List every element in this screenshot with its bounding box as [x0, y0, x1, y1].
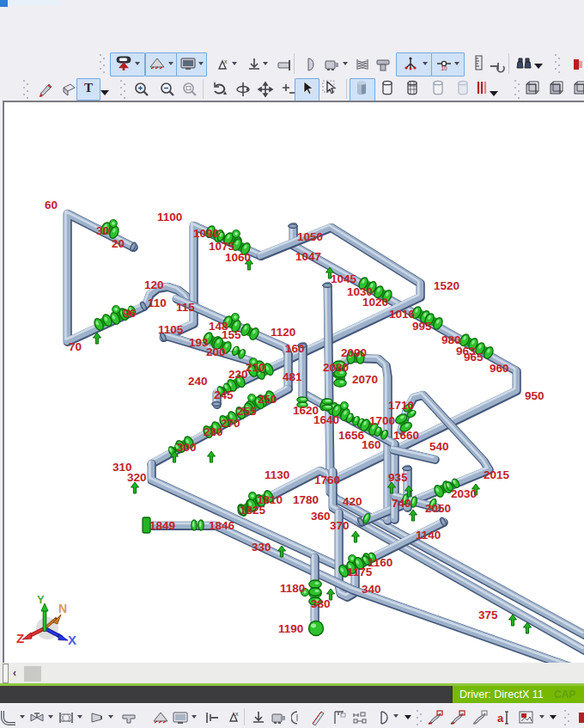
svg-text:2030: 2030: [451, 487, 477, 500]
svg-text:20: 20: [112, 237, 125, 250]
svg-text:1660: 1660: [393, 429, 419, 442]
svg-text:160: 160: [285, 342, 305, 355]
svg-text:1846: 1846: [209, 519, 235, 532]
svg-text:115: 115: [176, 301, 195, 314]
svg-text:1700: 1700: [369, 414, 395, 427]
svg-text:110: 110: [148, 297, 167, 309]
svg-text:2080: 2080: [323, 361, 349, 374]
svg-text:96: 96: [123, 307, 137, 320]
svg-text:1780: 1780: [293, 493, 319, 506]
svg-text:740: 740: [392, 497, 411, 510]
svg-text:1100: 1100: [157, 211, 182, 223]
svg-text:240: 240: [188, 375, 208, 388]
svg-text:X: X: [68, 633, 76, 647]
svg-text:1760: 1760: [314, 474, 340, 486]
svg-text:1090: 1090: [193, 227, 219, 240]
svg-text:1190: 1190: [278, 622, 303, 635]
svg-text:30: 30: [96, 224, 109, 237]
svg-text:965: 965: [464, 351, 484, 364]
svg-text:2090: 2090: [341, 346, 367, 359]
svg-text:10: 10: [441, 65, 448, 71]
svg-text:a: a: [497, 712, 504, 725]
svg-text:935: 935: [388, 471, 408, 484]
svg-text:x: x: [224, 58, 228, 64]
svg-text:300: 300: [177, 441, 197, 454]
svg-text:245: 245: [214, 388, 234, 401]
svg-text:1016: 1016: [389, 308, 416, 321]
svg-text:320: 320: [127, 471, 147, 484]
svg-text:420: 420: [343, 495, 362, 508]
svg-text:330: 330: [252, 541, 271, 554]
svg-text:1120: 1120: [271, 326, 295, 339]
svg-text:270: 270: [221, 417, 240, 430]
svg-text:255: 255: [237, 405, 257, 418]
svg-text:1060: 1060: [225, 251, 251, 264]
svg-text:60: 60: [45, 199, 58, 211]
svg-text:70: 70: [69, 340, 82, 353]
svg-text:1180: 1180: [280, 582, 305, 595]
svg-text:1140: 1140: [416, 529, 441, 541]
svg-text:1656: 1656: [338, 429, 365, 442]
svg-text:1175: 1175: [347, 566, 373, 578]
svg-text:1825: 1825: [240, 504, 266, 517]
svg-text:1105: 1105: [158, 323, 184, 336]
svg-text:1849: 1849: [149, 519, 175, 532]
svg-text:1020: 1020: [362, 296, 388, 309]
svg-text:120: 120: [144, 278, 164, 291]
svg-text:N: N: [58, 602, 67, 615]
svg-text:210: 210: [246, 361, 265, 374]
svg-text:481: 481: [283, 370, 302, 383]
svg-text:380: 380: [311, 597, 331, 610]
svg-text:1047: 1047: [295, 250, 321, 263]
svg-text:2050: 2050: [425, 502, 451, 515]
svg-text:540: 540: [429, 440, 449, 453]
svg-text:370: 370: [330, 519, 350, 532]
svg-text:1045: 1045: [331, 272, 357, 285]
svg-text:T: T: [84, 81, 93, 95]
svg-text:2070: 2070: [352, 373, 378, 386]
svg-text:360: 360: [311, 510, 331, 523]
svg-text:Y: Y: [37, 593, 45, 606]
svg-text:148: 148: [209, 320, 228, 333]
svg-text:950: 950: [525, 389, 544, 402]
svg-text:160: 160: [362, 438, 381, 451]
svg-text:1130: 1130: [265, 468, 289, 481]
svg-text:2015: 2015: [484, 468, 510, 481]
svg-text:1050: 1050: [297, 230, 323, 243]
svg-text:340: 340: [362, 583, 381, 596]
svg-text:995: 995: [412, 320, 432, 333]
svg-text:Z: Z: [16, 631, 24, 645]
svg-text:1640: 1640: [313, 413, 339, 426]
svg-text:375: 375: [478, 609, 498, 621]
svg-text:x: x: [235, 711, 239, 717]
svg-text:250: 250: [258, 393, 277, 406]
svg-text:1710: 1710: [388, 399, 414, 412]
svg-text:1520: 1520: [434, 279, 459, 292]
svg-text:200: 200: [206, 346, 226, 358]
svg-text:280: 280: [204, 425, 223, 438]
svg-text:960: 960: [490, 362, 509, 375]
